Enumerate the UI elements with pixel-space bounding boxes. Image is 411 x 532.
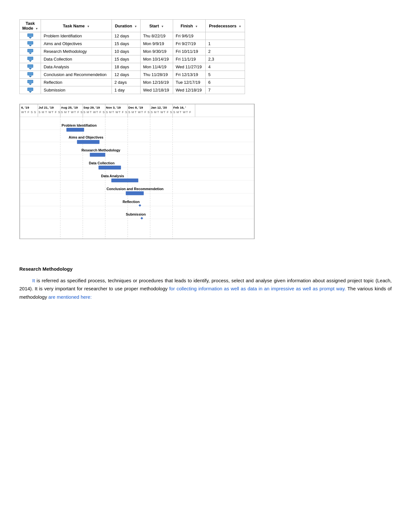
col-header-mode[interactable]: TaskMode ▼ <box>20 20 41 32</box>
task-name: Problem Identifiation <box>41 32 112 40</box>
svg-text:S: S <box>151 111 153 114</box>
svg-text:T: T <box>141 111 143 114</box>
svg-text:S: S <box>173 111 175 114</box>
svg-rect-96 <box>90 153 105 157</box>
svg-text:M: M <box>176 111 179 114</box>
task-mode-icon <box>20 79 41 86</box>
svg-text:S: S <box>170 111 172 114</box>
task-finish: Wed 11/27/19 <box>173 63 205 71</box>
svg-text:T: T <box>74 111 76 114</box>
svg-text:Sep 29, '19: Sep 29, '19 <box>83 106 100 109</box>
research-methodology-section: Research Methodology It is referred as s… <box>19 258 392 301</box>
task-start: Mon 10/14/19 <box>140 55 173 63</box>
svg-text:S: S <box>148 111 150 114</box>
task-finish: Fri 11/1/19 <box>173 55 205 63</box>
task-predecessors <box>206 32 245 40</box>
task-name: Data Analysis <box>41 63 112 71</box>
task-predecessors: 5 <box>206 71 245 79</box>
svg-text:Nov 3, '19: Nov 3, '19 <box>106 106 121 109</box>
research-text-blue3: are mentioned here: <box>48 294 92 300</box>
task-mode-icon <box>20 40 41 48</box>
svg-text:F: F <box>55 111 57 114</box>
svg-marker-106 <box>141 217 143 219</box>
col-header-duration[interactable]: Duration ▼ <box>112 20 140 32</box>
task-predecessors: 2 <box>206 48 245 55</box>
svg-text:S: S <box>106 111 108 114</box>
svg-text:S: S <box>61 111 63 114</box>
svg-text:T: T <box>135 111 137 114</box>
task-finish: Fri 9/27/19 <box>173 40 205 48</box>
svg-text:Jan 12, '20: Jan 12, '20 <box>151 106 167 109</box>
svg-text:F: F <box>77 111 79 114</box>
svg-marker-104 <box>139 204 141 207</box>
task-name: Data Collection <box>41 55 112 63</box>
task-start: Mon 11/4/19 <box>140 63 173 71</box>
task-finish: Wed 12/18/19 <box>173 86 205 94</box>
svg-text:Data Analysis: Data Analysis <box>101 174 124 178</box>
svg-text:W: W <box>21 111 24 114</box>
svg-text:S: S <box>128 111 130 114</box>
svg-text:S: S <box>125 111 127 114</box>
svg-text:T: T <box>157 111 159 114</box>
svg-text:T: T <box>24 111 26 114</box>
svg-text:W: W <box>93 111 96 114</box>
task-duration: 15 days <box>112 55 140 63</box>
research-title-text: Research Methodology <box>19 266 73 272</box>
svg-text:6, '19: 6, '19 <box>21 106 29 109</box>
col-header-name[interactable]: Task Name ▼ <box>41 20 112 32</box>
svg-text:W: W <box>71 111 74 114</box>
col-header-finish[interactable]: Finish ▼ <box>173 20 205 32</box>
col-header-predecessors[interactable]: Predecessors ▼ <box>206 20 245 32</box>
svg-text:W: W <box>115 111 118 114</box>
svg-text:M: M <box>42 111 44 114</box>
task-duration: 1 day <box>112 86 140 94</box>
svg-text:M: M <box>64 111 66 114</box>
svg-text:M: M <box>132 111 134 114</box>
svg-text:S: S <box>31 111 33 114</box>
task-predecessors: 4 <box>206 63 245 71</box>
svg-text:Conclusion and Recommendetion: Conclusion and Recommendetion <box>106 187 163 191</box>
svg-text:Dec 8, '19: Dec 8, '19 <box>128 106 143 109</box>
task-name: Submission <box>41 86 112 94</box>
task-mode-icon <box>20 48 41 55</box>
svg-text:S: S <box>103 111 105 114</box>
task-mode-icon <box>20 63 41 71</box>
gantt-chart-section: 6, '19 Jul 21, '19 Aug 25, '19 Sep 29, '… <box>19 104 392 239</box>
svg-text:T: T <box>68 111 70 114</box>
svg-text:W: W <box>161 111 163 114</box>
task-name: Conclusion and Recommendetion <box>41 71 112 79</box>
task-name: Research Methodology <box>41 48 112 55</box>
svg-text:T: T <box>186 111 188 114</box>
svg-text:M: M <box>87 111 89 114</box>
svg-text:Data Collection: Data Collection <box>89 161 115 165</box>
task-table: TaskMode ▼ Task Name ▼ Duration ▼ Start … <box>19 19 245 94</box>
svg-text:T: T <box>96 111 98 114</box>
svg-text:M: M <box>154 111 156 114</box>
svg-text:M: M <box>109 111 111 114</box>
svg-text:Research Methodology: Research Methodology <box>82 148 121 152</box>
svg-text:F: F <box>189 111 191 114</box>
task-duration: 10 days <box>112 48 140 55</box>
svg-rect-107 <box>20 104 254 239</box>
task-start: Mon 12/16/19 <box>140 79 173 86</box>
svg-text:S: S <box>58 111 60 114</box>
svg-text:T: T <box>119 111 121 114</box>
svg-text:T: T <box>52 111 54 114</box>
svg-text:S: S <box>83 111 85 114</box>
svg-rect-94 <box>77 140 100 144</box>
task-duration: 12 days <box>112 32 140 40</box>
svg-text:W: W <box>183 111 186 114</box>
task-finish: Fri 12/13/19 <box>173 71 205 79</box>
task-duration: 2 days <box>112 79 140 86</box>
task-duration: 15 days <box>112 40 140 48</box>
svg-rect-98 <box>99 166 121 169</box>
col-header-start[interactable]: Start ▼ <box>140 20 173 32</box>
svg-text:T: T <box>164 111 166 114</box>
svg-text:Aims and Objectives: Aims and Objectives <box>69 135 103 139</box>
task-predecessors: 6 <box>206 79 245 86</box>
research-text-blue-it: It <box>32 278 35 283</box>
gantt-chart: 6, '19 Jul 21, '19 Aug 25, '19 Sep 29, '… <box>19 104 255 239</box>
svg-text:Submission: Submission <box>126 212 146 216</box>
task-name: Reflection <box>41 79 112 86</box>
svg-text:F: F <box>144 111 146 114</box>
